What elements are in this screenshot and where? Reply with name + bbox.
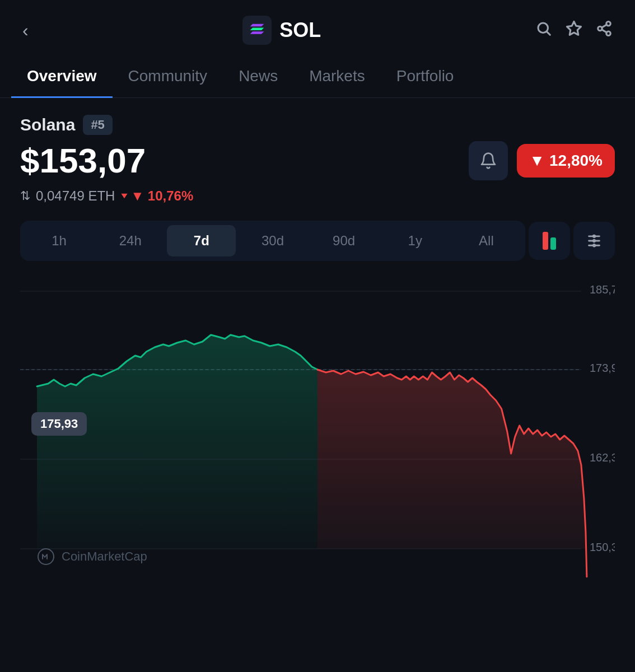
filter-30d[interactable]: 30d bbox=[238, 225, 307, 256]
filter-24h[interactable]: 24h bbox=[96, 225, 165, 256]
rank-badge: #5 bbox=[83, 115, 112, 135]
eth-value: 0,04749 ETH bbox=[36, 188, 115, 204]
sol-logo bbox=[242, 16, 272, 45]
svg-line-7 bbox=[602, 25, 607, 27]
header-icons bbox=[535, 20, 613, 41]
coinmarketcap-watermark: CoinMarketCap bbox=[37, 548, 147, 566]
tab-portfolio[interactable]: Portfolio bbox=[381, 56, 470, 98]
eth-change: ▼ 10,76% bbox=[120, 188, 193, 204]
watermark-text: CoinMarketCap bbox=[62, 549, 147, 564]
price-row: $153,07 ▼ 12,80% bbox=[20, 141, 615, 180]
eth-arrows-icon: ⇅ bbox=[20, 189, 30, 203]
filter-group: 1h 24h 7d 30d 90d 1y All bbox=[20, 221, 525, 261]
candlestick-icon bbox=[543, 232, 556, 250]
header: ‹ SOL bbox=[0, 0, 635, 56]
header-left: ‹ bbox=[22, 20, 29, 41]
watchlist-button[interactable] bbox=[566, 20, 582, 41]
price-change-badge: ▼ 12,80% bbox=[517, 144, 615, 178]
filter-1h[interactable]: 1h bbox=[25, 225, 94, 256]
tabs: Overview Community News Markets Portfoli… bbox=[0, 56, 635, 98]
price-chart[interactable]: 185,78 173,96 162,34 150,31 bbox=[20, 274, 615, 588]
svg-text:162,34: 162,34 bbox=[590, 451, 615, 464]
svg-text:150,31: 150,31 bbox=[590, 541, 615, 553]
svg-line-6 bbox=[602, 29, 607, 32]
tab-overview[interactable]: Overview bbox=[11, 56, 113, 98]
current-price: $153,07 bbox=[20, 141, 146, 180]
search-button[interactable] bbox=[535, 20, 552, 41]
svg-text:173,96: 173,96 bbox=[590, 362, 615, 374]
filter-90d[interactable]: 90d bbox=[310, 225, 379, 256]
svg-marker-8 bbox=[122, 194, 128, 198]
price-actions: ▼ 12,80% bbox=[469, 141, 615, 180]
tab-news[interactable]: News bbox=[223, 56, 293, 98]
filter-7d[interactable]: 7d bbox=[167, 225, 236, 256]
change-arrow: ▼ bbox=[529, 152, 545, 170]
main-content: Solana #5 $153,07 ▼ 12,80% ⇅ 0,04749 ETH… bbox=[0, 98, 635, 588]
start-price-bubble: 175,93 bbox=[31, 412, 87, 436]
eth-row: ⇅ 0,04749 ETH ▼ 10,76% bbox=[20, 188, 615, 204]
svg-text:185,78: 185,78 bbox=[590, 283, 615, 296]
header-title: SOL bbox=[279, 18, 321, 42]
time-filters: 1h 24h 7d 30d 90d 1y All bbox=[20, 221, 615, 261]
filter-1y[interactable]: 1y bbox=[381, 225, 450, 256]
svg-line-1 bbox=[547, 31, 550, 34]
coin-name: Solana bbox=[20, 115, 75, 134]
alert-button[interactable] bbox=[469, 141, 508, 180]
back-button[interactable]: ‹ bbox=[22, 20, 29, 41]
chart-container: 185,78 173,96 162,34 150,31 175,93 CoinM… bbox=[20, 274, 615, 588]
filter-all[interactable]: All bbox=[452, 225, 521, 256]
share-button[interactable] bbox=[596, 20, 613, 41]
change-percent: 12,80% bbox=[549, 152, 603, 170]
tab-community[interactable]: Community bbox=[113, 56, 223, 98]
svg-marker-2 bbox=[567, 21, 581, 35]
chart-settings-button[interactable] bbox=[573, 222, 615, 260]
tab-markets[interactable]: Markets bbox=[293, 56, 381, 98]
candlestick-chart-button[interactable] bbox=[529, 222, 570, 260]
coin-name-row: Solana #5 bbox=[20, 115, 615, 135]
header-center: SOL bbox=[242, 16, 321, 45]
